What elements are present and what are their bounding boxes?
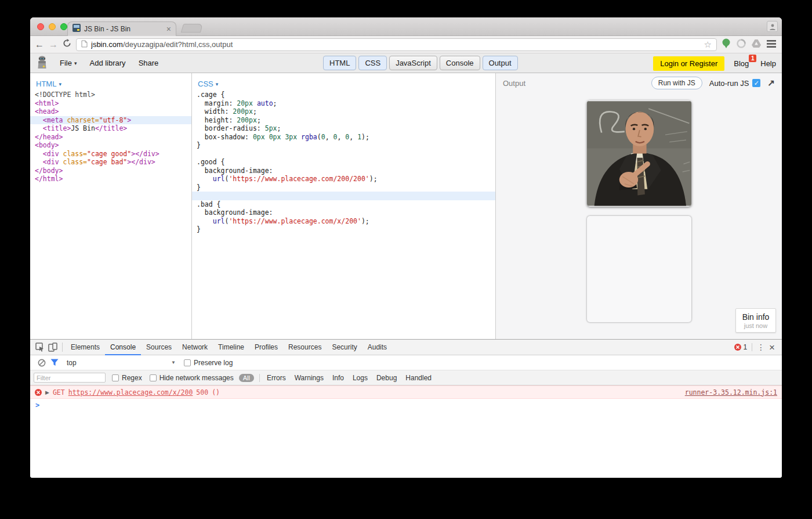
code-line[interactable]: </body> (30, 167, 191, 175)
html-code[interactable]: <!DOCTYPE html><html><head> <meta charse… (30, 91, 191, 183)
run-with-js-button[interactable]: Run with JS (651, 77, 702, 89)
url-text[interactable]: jsbin.com/deyuzagipa/edit?html,css,outpu… (91, 40, 701, 49)
autorun-checkbox[interactable]: ✓ (752, 79, 760, 87)
bin-info-box[interactable]: Bin info just now (735, 308, 776, 333)
console-panel-button[interactable]: Console (440, 56, 480, 70)
code-line[interactable]: <meta charset="utf-8"> (30, 116, 191, 125)
level-filter-warnings[interactable]: Warnings (293, 374, 325, 382)
output-panel-button[interactable]: Output (483, 56, 518, 70)
blog-link[interactable]: Blog 1 (734, 59, 751, 68)
devtools-tab-security[interactable]: Security (327, 340, 362, 355)
code-line[interactable]: </html> (30, 175, 191, 183)
share-menu[interactable]: Share (139, 59, 159, 67)
disclosure-triangle-icon[interactable]: ▶ (45, 390, 49, 395)
devtools-tab-audits[interactable]: Audits (362, 340, 392, 355)
code-line[interactable]: background-image: (192, 208, 495, 217)
code-line[interactable]: } (192, 183, 495, 192)
file-menu[interactable]: File ▾ (60, 59, 77, 67)
back-icon[interactable]: ← (35, 40, 44, 49)
code-line[interactable]: url('https://www.placecage.com/x/200'); (192, 217, 495, 226)
menu-icon[interactable] (767, 39, 776, 50)
login-register-button[interactable]: Login or Register (653, 56, 724, 71)
tab-close-icon[interactable]: × (166, 25, 171, 33)
code-line[interactable]: <!DOCTYPE html> (30, 91, 191, 99)
code-line[interactable]: background-image: (192, 167, 495, 175)
filter-funnel-icon[interactable] (48, 355, 61, 370)
error-url-link[interactable]: https://www.placecage.com/x/200 (68, 388, 193, 397)
code-line[interactable]: .cage { (192, 91, 495, 99)
code-line[interactable] (192, 192, 495, 200)
address-bar[interactable]: jsbin.com/deyuzagipa/edit?html,css,outpu… (76, 38, 717, 51)
css-code[interactable]: .cage { margin: 20px auto; width: 200px;… (192, 91, 495, 234)
frame-context-select[interactable]: top ▼ (67, 359, 176, 367)
devtools-tab-network[interactable]: Network (177, 340, 213, 355)
filter-input[interactable] (34, 373, 106, 383)
css-panel-dropdown[interactable]: CSS ▾ (192, 73, 495, 91)
level-filter-errors[interactable]: Errors (265, 374, 288, 382)
clear-console-icon[interactable] (35, 355, 48, 370)
code-line[interactable]: border-radius: 5px; (192, 124, 495, 133)
jsbin-logo-icon[interactable] (37, 56, 47, 71)
code-line[interactable]: box-shadow: 0px 0px 3px rgba(0, 0, 0, 1)… (192, 133, 495, 142)
code-line[interactable]: <body> (30, 141, 191, 150)
regex-checkbox[interactable] (112, 374, 119, 381)
code-line[interactable]: } (192, 225, 495, 234)
devtools-tab-sources[interactable]: Sources (141, 340, 177, 355)
drive-extension-icon[interactable] (752, 39, 761, 50)
code-line[interactable] (192, 150, 495, 158)
inspect-element-icon[interactable] (34, 340, 46, 355)
css-panel-button[interactable]: CSS (358, 56, 387, 70)
html-panel-button[interactable]: HTML (323, 56, 356, 70)
code-line[interactable]: margin: 20px auto; (192, 99, 495, 108)
console-prompt[interactable]: > (30, 399, 782, 412)
help-link[interactable]: Help (760, 59, 776, 68)
code-line[interactable]: <head> (30, 107, 191, 116)
devtools-tab-profiles[interactable]: Profiles (249, 340, 283, 355)
devtools-close-icon[interactable]: × (769, 343, 775, 352)
profile-icon[interactable] (767, 21, 778, 32)
pin-extension-icon[interactable] (722, 38, 731, 51)
code-line[interactable]: width: 200px; (192, 107, 495, 116)
forward-icon[interactable]: → (49, 40, 58, 49)
browser-tab[interactable]: JS Bin - JS Bin × (67, 21, 176, 36)
code-line[interactable]: <div class="cage bad"></div> (30, 158, 191, 167)
devtools-tab-timeline[interactable]: Timeline (213, 340, 249, 355)
level-filter-logs[interactable]: Logs (351, 374, 369, 382)
error-count-badge[interactable]: 1 (734, 343, 752, 351)
code-line[interactable]: .bad { (192, 200, 495, 209)
autorun-toggle[interactable]: Auto-run JS ✓ (709, 79, 761, 88)
hide-network-toggle[interactable]: Hide network messages (150, 374, 234, 382)
window-close-button[interactable] (37, 23, 44, 30)
code-line[interactable]: <html> (30, 99, 191, 108)
device-toolbar-icon[interactable] (46, 340, 59, 355)
devtools-tab-console[interactable]: Console (105, 340, 141, 355)
code-line[interactable]: } (192, 141, 495, 150)
code-line[interactable]: .good { (192, 158, 495, 167)
popout-arrow-icon[interactable]: ↗ (767, 78, 775, 88)
bookmark-star-icon[interactable]: ☆ (704, 39, 712, 50)
swirl-extension-icon[interactable] (737, 39, 746, 51)
devtools-tab-elements[interactable]: Elements (66, 340, 105, 355)
devtools-tab-resources[interactable]: Resources (283, 340, 327, 355)
html-panel-dropdown[interactable]: HTML ▾ (30, 73, 191, 91)
code-line[interactable]: </head> (30, 133, 191, 142)
level-filter-info[interactable]: Info (331, 374, 346, 382)
javascript-panel-button[interactable]: JavaScript (389, 56, 437, 70)
level-filter-debug[interactable]: Debug (375, 374, 398, 382)
code-line[interactable]: url('https://www.placecage.com/200/200')… (192, 175, 495, 183)
new-tab-button[interactable] (181, 24, 203, 33)
hide-network-checkbox[interactable] (150, 374, 157, 381)
code-line[interactable]: height: 200px; (192, 116, 495, 125)
code-line[interactable]: <title>JS Bin</title> (30, 124, 191, 133)
window-minimize-button[interactable] (49, 23, 56, 30)
window-zoom-button[interactable] (60, 23, 67, 30)
preserve-log-toggle[interactable]: Preserve log (184, 359, 233, 367)
level-filter-handled[interactable]: Handled (404, 374, 433, 382)
add-library-menu[interactable]: Add library (89, 59, 125, 67)
level-filter-all[interactable]: All (239, 374, 254, 382)
error-source-link[interactable]: runner-3.35.12.min.js:1 (685, 388, 777, 397)
regex-toggle[interactable]: Regex (112, 374, 142, 382)
reload-icon[interactable] (63, 39, 71, 50)
preserve-log-checkbox[interactable] (184, 359, 191, 366)
overflow-menu-icon[interactable]: ⋮ (757, 343, 764, 352)
